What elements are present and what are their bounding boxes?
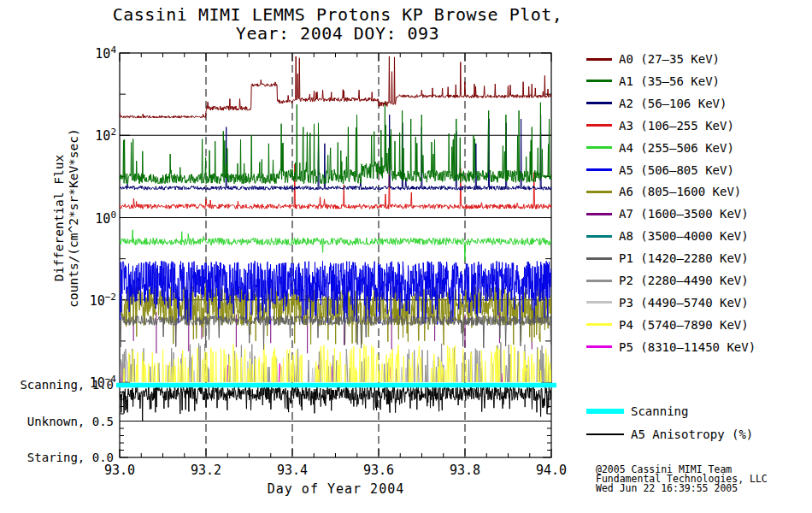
legend-label-p5: P5 (8310–11450 KeV) [619, 340, 756, 354]
legend-swatch-a2 [586, 102, 612, 104]
legend-label-p4: P4 (5740–7890 KeV) [619, 318, 749, 332]
legend-swatch-a8 [586, 235, 612, 238]
series-a3 [120, 162, 551, 209]
series-a1 [120, 103, 551, 184]
legend-swatch-a5 [586, 168, 612, 171]
legend-label-a6: A6 (805–1600 KeV) [619, 185, 741, 198]
legend-label-p2: P2 (2280–4490 KeV) [619, 274, 749, 287]
flux-tick-label-1e0: 100 [95, 209, 116, 227]
aniso-axis-label-0: Scanning, 1.0 [20, 378, 114, 392]
legend-swatch-p2 [586, 280, 612, 282]
legend-label-a7: A7 (1600–3500 KeV) [619, 207, 749, 221]
flux-tick-label-1e-2: 10−2 [90, 292, 116, 309]
browse-plot-page: Cassini MIMI LEMMS Protons KP Browse Plo… [0, 0, 812, 513]
legend-item-a7: A7 (1600–3500 KeV) [586, 203, 749, 225]
legend-item-p3: P3 (4490–5740 KeV) [586, 292, 749, 314]
legend-swatch-p3 [586, 301, 612, 304]
series-a0 [120, 56, 551, 118]
legend-swatch-a4 [586, 146, 612, 149]
legend-label-a2: A2 (56–106 KeV) [619, 97, 727, 110]
legend-swatch-a0 [586, 58, 612, 61]
flux-tick-label-1e4: 104 [95, 44, 116, 62]
legend-swatch-p1 [586, 257, 612, 260]
legend-label-a5-anisotropy: A5 Anisotropy (%) [631, 428, 753, 441]
legend-item-scanning: Scanning [586, 400, 688, 422]
legend-item-a5-anisotropy: A5 Anisotropy (%) [586, 423, 753, 445]
series-a5-anisotropy [120, 386, 551, 422]
legend-swatch-a6 [586, 191, 612, 193]
aniso-axis-label-2: Staring, 0.0 [27, 451, 114, 464]
x-tick-label-94.0: 94.0 [536, 463, 567, 478]
aniso-axis-label-1: Unknown, 0.5 [27, 415, 114, 428]
legend-item-a4: A4 (255–506 KeV) [586, 137, 734, 159]
legend-item-p4: P4 (5740–7890 KeV) [586, 314, 749, 336]
x-tick-label-93.0: 93.0 [104, 463, 135, 478]
legend-swatch-a7 [586, 213, 612, 215]
legend-label-a1: A1 (35–56 KeV) [619, 74, 720, 88]
credits: @2005 Cassini MIMI Team Fundamental Tech… [596, 465, 768, 493]
legend-item-a1: A1 (35–56 KeV) [586, 70, 720, 92]
legend-label-p3: P3 (4490–5740 KeV) [619, 296, 749, 310]
legend-item-a0: A0 (27–35 KeV) [586, 48, 720, 70]
legend-label-a8: A8 (3500–4000 KeV) [619, 229, 749, 243]
legend-label-a3: A3 (106–255 KeV) [619, 119, 734, 133]
series-p4 [120, 345, 551, 387]
flux-tick-label-1e2: 102 [95, 127, 116, 144]
legend-swatch-a5-anisotropy [586, 433, 624, 435]
legend-label-p1: P1 (1420–2280 KeV) [619, 251, 749, 265]
legend-item-a5: A5 (506–805 KeV) [586, 159, 734, 181]
legend-item-p5: P5 (8310–11450 KeV) [586, 336, 756, 358]
series-a4 [120, 230, 551, 261]
legend-swatch-scanning [586, 409, 624, 414]
legend-label-a0: A0 (27–35 KeV) [619, 52, 720, 66]
legend-swatch-a1 [586, 80, 612, 82]
legend-item-p1: P1 (1420–2280 KeV) [586, 247, 749, 269]
legend-item-a2: A2 (56–106 KeV) [586, 92, 727, 115]
legend-item-a8: A8 (3500–4000 KeV) [586, 225, 749, 247]
legend-label-a4: A4 (255–506 KeV) [619, 141, 734, 155]
x-tick-label-93.8: 93.8 [450, 463, 480, 478]
credits-line3: Wed Jun 22 16:39:55 2005 [596, 484, 768, 493]
legend-swatch-p5 [586, 345, 612, 348]
legend-label-scanning: Scanning [631, 404, 688, 418]
legend-label-a5: A5 (506–805 KeV) [619, 163, 734, 177]
x-tick-label-93.2: 93.2 [191, 463, 221, 478]
legend-swatch-a3 [586, 124, 612, 127]
legend-swatch-p4 [586, 323, 612, 326]
legend-item-p2: P2 (2280–4490 KeV) [586, 269, 749, 292]
x-axis-title: Day of Year 2004 [120, 481, 552, 497]
x-tick-label-93.6: 93.6 [363, 463, 394, 478]
legend-item-a6: A6 (805–1600 KeV) [586, 180, 741, 203]
legend-item-a3: A3 (106–255 KeV) [586, 115, 734, 137]
x-tick-label-93.4: 93.4 [277, 463, 308, 478]
flux-series-group [120, 56, 551, 386]
